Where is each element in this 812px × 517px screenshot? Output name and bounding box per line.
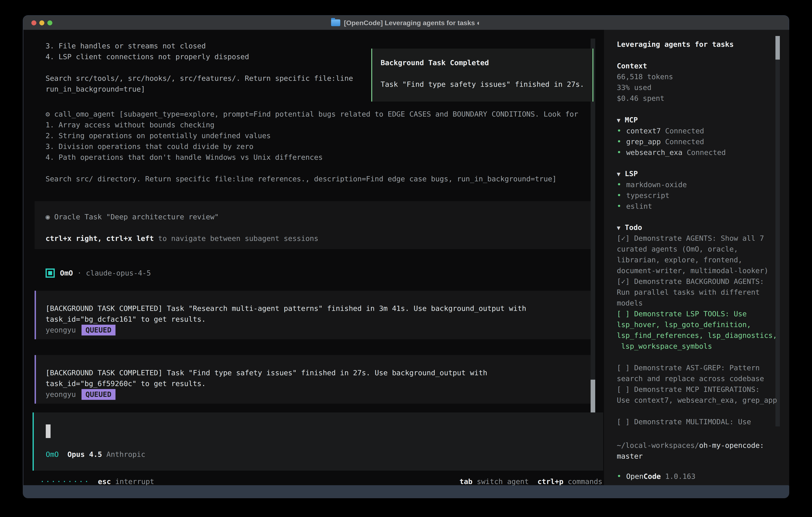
todo-line-active: lsp_hover, lsp_goto_definition, [617,319,777,330]
todo-line-done: document-writer, multimodal-looker) [617,265,777,276]
spacer-text [661,138,665,146]
esc-label: interrupt [111,478,154,486]
lsp-heading: LSP [625,169,638,178]
todo-section: ▼Todo [✓] Demonstrate AGENTS: Show all 7… [617,222,777,427]
background-task-toast: Background Task Completed Task "Find typ… [371,49,593,102]
status-badge: QUEUED [82,325,115,335]
folder-icon [331,19,340,26]
mcp-name: grep_app [626,138,661,146]
tool-call-line: 3. Division operations that could divide… [46,141,597,152]
workspace-path-name: oh-my-opencode: [699,441,764,450]
status-right: tab switch agent ctrl+p commands [460,476,602,486]
tool-call-text: call_omo_agent [subagent_type=explore, p… [54,110,578,118]
version-line: •OpenCode 1.0.163 [617,471,777,482]
todo-line-done: [✓] Demonstrate AGENTS: Show all 7 [617,233,777,244]
todo-pending-items: [ ] Demonstrate AST-GREP: Patternsearch … [617,352,777,427]
task-line1: [BACKGROUND TASK COMPLETED] Task "Find t… [46,368,590,378]
todo-line-pending: [ ] Demonstrate MULTIMODAL: Use [617,416,777,427]
chat-pane: 3. File handles or streams not closed4. … [23,30,604,486]
separator-dot [73,268,77,278]
workspace-path-line: ~/local-workspaces/oh-my-opencode: [617,440,777,451]
spacer-text [59,450,67,458]
spacer-text [50,110,54,118]
todo-line-done: Run parallel tasks with different [617,287,777,298]
tool-call-lines: 1. Array access without bounds checking2… [46,119,597,184]
bullet-icon: • [617,180,621,189]
text-cursor [46,425,51,438]
mcp-section: ▼MCP •context7 Connected •grep_app Conne… [617,114,777,158]
spacer-text [82,268,86,278]
todo-done-items: [✓] Demonstrate AGENTS: Show all 7curate… [617,233,777,308]
app-name-code: Code [644,472,661,481]
lsp-name: eslint [626,202,652,210]
app-name-open: Open [626,472,644,481]
session-sidebar: Leveraging agents for tasks Context 66,5… [604,30,789,486]
tab-key[interactable]: tab [460,478,472,486]
chevron-down-icon: ▼ [617,224,620,231]
lsp-section: ▼LSP •markdown-oxide •typescript •eslint [617,168,777,212]
bullet-icon: • [617,148,621,157]
workspace-branch: master [617,451,777,462]
esc-key[interactable]: esc [98,478,111,486]
spacer [381,68,592,79]
title-bar[interactable]: [OpenCode] Leveraging agents for tasks ◐ [23,16,789,30]
todo-line-done: curated agents (OmO, oracle, [617,244,777,254]
window-bottom-strip [23,485,789,498]
input-meta-row: OmO Opus 4.5 Anthropic [46,449,145,460]
todo-section-header[interactable]: ▼Todo [617,222,777,233]
oracle-icon: ◉ [46,213,50,221]
tool-call-line: 1. Array access without bounds checking [46,119,597,130]
context-heading: Context [617,61,777,71]
todo-line-pending [617,352,777,362]
oracle-task-panel: ◉ Oracle Task "Deep architecture review"… [35,201,590,249]
todo-active-items: [ ] Demonstrate LSP TOOLS: Uselsp_hover,… [617,308,777,352]
todo-line-done: [✓] Demonstrate BACKGROUND AGENTS: [617,276,777,287]
sidebar-title-sec: Leveraging agents for tasks [617,39,777,50]
todo-line-pending [617,406,777,416]
oracle-title: Oracle Task "Deep architecture review" [54,213,219,221]
oracle-hint-line: ctrl+x right, ctrl+x left to navigate be… [46,233,590,244]
task-message: [BACKGROUND TASK COMPLETED] Task "Find t… [35,355,590,404]
toast-body: Task "Find type safety issues" finished … [381,79,592,90]
app-version: 1.0.163 [661,472,695,481]
desktop: { "window": { "title": "[OpenCode] Lever… [0,0,812,517]
bullet-icon: • [617,191,621,200]
prompt-input[interactable]: OmO Opus 4.5 Anthropic [33,412,603,471]
agent-checkbox-icon [46,269,55,278]
mcp-item: •context7 Connected [617,125,777,136]
ctrl-p-label: commands [563,478,602,486]
agent-name: OmO [60,268,73,278]
task-meta-row: yeongyuQUEUED [46,389,590,400]
oracle-hint-text: to navigate between subagent sessions [154,234,318,243]
session-title: Leveraging agents for tasks [617,39,777,50]
status-left: ·········esc interrupt [40,476,154,486]
window-title: [OpenCode] Leveraging agents for tasks ◐ [344,19,481,27]
task-user: yeongyu [46,326,76,334]
ctrl-p-key[interactable]: ctrl+p [529,478,563,486]
todo-line-pending: [ ] Demonstrate AST-GREP: Pattern [617,362,777,373]
mcp-name: websearch_exa [626,148,683,157]
todo-line-pending: search and replace across codebase [617,373,777,384]
oracle-hint-keys: ctrl+x right, ctrl+x left [46,234,154,243]
todo-line-pending: Use context7, websearch_exa, grep_app [617,395,777,406]
task-user: yeongyu [46,390,76,399]
mcp-section-header[interactable]: ▼MCP [617,114,777,125]
task-line1: [BACKGROUND TASK COMPLETED] Task "Resear… [46,303,590,314]
mcp-status: Connected [665,127,704,135]
mcp-status: Connected [687,148,726,157]
input-provider: Anthropic [106,450,145,458]
mcp-heading: MCP [625,116,638,124]
bullet-icon: • [617,202,621,211]
task-line2: task_id="bg_6f59260c" to get results. [46,378,590,389]
agent-model: claude-opus-4-5 [86,268,151,278]
task-meta-row: yeongyuQUEUED [46,325,590,335]
tool-call-line: 2. String operations on potentially unde… [46,130,597,141]
tool-call-first-line: ⚙ call_omo_agent [subagent_type=explore,… [46,109,597,119]
lsp-section-header[interactable]: ▼LSP [617,168,777,179]
lsp-item: •eslint [617,201,777,212]
mcp-name: context7 [626,127,661,135]
version-section: •OpenCode 1.0.163 [617,471,777,482]
todo-line-done: librarian, explore, frontend, [617,254,777,265]
todo-heading: Todo [625,223,642,232]
mcp-item: •grep_app Connected [617,136,777,147]
